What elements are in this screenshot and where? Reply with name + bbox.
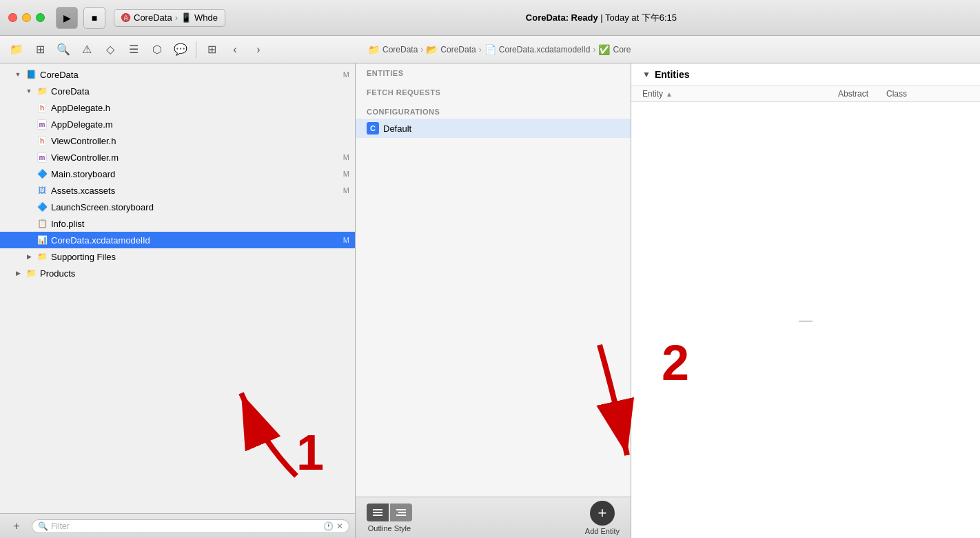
sidebar-label-xcdatamodelid: CoreData.xcdatamodelId [51, 235, 340, 246]
middle-panel: ENTITIES FETCH REQUESTS CONFIGURATIONS C… [356, 63, 631, 538]
sidebar-item-appdelegate-h[interactable]: h AppDelegate.h [0, 99, 355, 116]
run-button[interactable]: ▶ [56, 7, 78, 29]
outline-style-btn-2[interactable] [390, 504, 412, 521]
warning-icon[interactable]: ⚠ [76, 40, 98, 59]
sidebar-label-viewcontroller-h: ViewController.h [51, 136, 349, 146]
breadcrumb-sep-1: › [420, 45, 423, 54]
sidebar-item-viewcontroller-m[interactable]: m ViewController.m M [0, 149, 355, 166]
outline-style-btn-1[interactable] [367, 504, 389, 521]
sidebar-item-appdelegate-m[interactable]: m AppDelegate.m [0, 116, 355, 132]
status-sep: | [600, 12, 605, 23]
disclosure-products-icon [14, 269, 22, 277]
svg-rect-5 [396, 515, 406, 516]
filter-clock-icon[interactable]: 🕐 [323, 521, 334, 531]
titlebar: ▶ ■ 🅐 CoreData › 📱 Whde CoreData: Ready … [0, 0, 980, 36]
sidebar-label-launchscreen: LaunchScreen.storyboard [51, 202, 349, 212]
traffic-lights [8, 13, 45, 22]
breadcrumb-coredata[interactable]: CoreData [382, 45, 418, 54]
sidebar-item-assets[interactable]: 🖼 Assets.xcassets M [0, 182, 355, 199]
search-icon[interactable]: 🔍 [52, 40, 74, 59]
sidebar-item-coredata-folder[interactable]: 📁 CoreData [0, 83, 355, 99]
sidebar-item-launchscreen[interactable]: 🔷 LaunchScreen.storyboard [0, 199, 355, 215]
outline-style-buttons [367, 504, 412, 521]
entities-disclosure-icon[interactable]: ▼ [642, 70, 651, 79]
section-entities: ENTITIES [356, 63, 631, 80]
disclosure-folder-icon [25, 87, 33, 95]
close-button[interactable] [8, 13, 17, 22]
nav-forward-icon[interactable]: › [247, 40, 269, 59]
entities-columns: Entity ▲ Abstract Class [631, 86, 980, 102]
grid-icon[interactable]: ⊞ [29, 40, 51, 59]
toolbar: 📁 ⊞ 🔍 ⚠ ◇ ☰ ⬡ 💬 ⊞ ‹ › 📁 CoreData › 📂 Cor… [0, 36, 980, 63]
sidebar: 📘 CoreData M 📁 CoreData h AppDelegate.h … [0, 63, 356, 538]
chat-icon[interactable]: 💬 [170, 40, 192, 59]
entities-title: Entities [655, 69, 690, 80]
plist-file-icon: 📋 [36, 217, 48, 230]
config-icon: C [367, 122, 379, 134]
sidebar-item-coredata-root[interactable]: 📘 CoreData M [0, 66, 355, 83]
sort-arrow-icon[interactable]: ▲ [666, 90, 673, 98]
sidebar-badge-assets: M [343, 186, 349, 195]
add-entity-label: Add Entity [585, 527, 620, 535]
project-selector[interactable]: 🅐 CoreData › 📱 Whde [114, 9, 225, 27]
folder-navigator-icon[interactable]: 📁 [6, 40, 28, 59]
sidebar-item-products[interactable]: 📁 Products [0, 265, 355, 281]
middle-item-default[interactable]: C Default [356, 119, 631, 138]
sidebar-item-main-storyboard[interactable]: 🔷 Main.storyboard M [0, 166, 355, 182]
section-configurations: CONFIGURATIONS [356, 102, 631, 119]
sidebar-label-appdelegate-m: AppDelegate.m [51, 119, 349, 130]
sidebar-item-xcdatamodelid[interactable]: 📊 CoreData.xcdatamodelId M [0, 232, 355, 248]
svg-rect-1 [373, 512, 382, 513]
sidebar-item-viewcontroller-h[interactable]: h ViewController.h [0, 132, 355, 149]
breadcrumb-core[interactable]: Core [613, 45, 631, 54]
project-folder-icon: 📘 [25, 68, 37, 81]
breadcrumb-folder2-icon: 📂 [426, 44, 438, 55]
col-entity-header: Entity ▲ [642, 89, 820, 99]
middle-item-default-label: Default [383, 123, 411, 134]
filter-clear-icon[interactable]: ✕ [336, 521, 343, 531]
breadcrumb: 📁 CoreData › 📂 CoreData › 📄 CoreData.xcd… [363, 44, 974, 55]
chevron-right-icon: › [175, 12, 178, 23]
filter-placeholder: Filter [51, 521, 70, 531]
breadcrumb-xcdatamodelid[interactable]: CoreData.xcdatamodelId [499, 45, 591, 54]
add-file-button[interactable]: + [6, 517, 28, 536]
minimize-button[interactable] [22, 13, 31, 22]
svg-rect-3 [396, 509, 406, 510]
col-class-header: Class [886, 89, 969, 99]
sb-file-icon: 🔷 [36, 168, 48, 180]
sidebar-item-info-plist[interactable]: 📋 Info.plist [0, 215, 355, 232]
device-icon: 📱 [181, 12, 192, 23]
breadcrumb-core-icon: ✅ [598, 44, 610, 55]
maximize-button[interactable] [36, 13, 45, 22]
class-col-label: Class [886, 89, 907, 99]
middle-bottom: Outline Style + Add Entity [356, 497, 631, 538]
h-file-icon-2: h [36, 134, 48, 147]
sidebar-badge-xcdatamodelid: M [343, 236, 349, 244]
m-file-icon-2: m [36, 151, 48, 163]
list-icon[interactable]: ☰ [123, 40, 145, 59]
project-name: CoreData [134, 12, 172, 23]
toolbar-left: 📁 ⊞ 🔍 ⚠ ◇ ☰ ⬡ 💬 ⊞ ‹ › [6, 40, 361, 59]
empty-dash: — [799, 312, 813, 328]
stop-button[interactable]: ■ [83, 7, 105, 29]
filter-box[interactable]: 🔍 Filter 🕐 ✕ [32, 519, 349, 533]
nav-back-icon[interactable]: ‹ [224, 40, 246, 59]
status-time: Today at 下午6:15 [605, 12, 677, 23]
outline-style-label: Outline Style [368, 524, 411, 532]
entities-empty-area: — [631, 102, 980, 538]
breakpoint-icon[interactable]: ◇ [99, 40, 121, 59]
tag-icon[interactable]: ⬡ [146, 40, 168, 59]
entity-col-label: Entity [642, 89, 663, 99]
status-text: CoreData: Ready [526, 12, 598, 23]
h-file-icon: h [36, 101, 48, 114]
col-abstract-header: Abstract [826, 89, 881, 99]
m-file-icon: m [36, 118, 48, 130]
sidebar-label-assets: Assets.xcassets [51, 186, 340, 196]
sidebar-bottom: + 🔍 Filter 🕐 ✕ [0, 513, 355, 538]
sidebar-item-supporting-files[interactable]: 📁 Supporting Files [0, 248, 355, 265]
add-entity-button[interactable]: + Add Entity [585, 501, 620, 535]
breadcrumb-coredata2[interactable]: CoreData [440, 45, 476, 54]
grid-layout-icon[interactable]: ⊞ [201, 40, 223, 59]
section-fetch-requests: FETCH REQUESTS [356, 83, 631, 99]
disclosure-icon [14, 70, 22, 79]
